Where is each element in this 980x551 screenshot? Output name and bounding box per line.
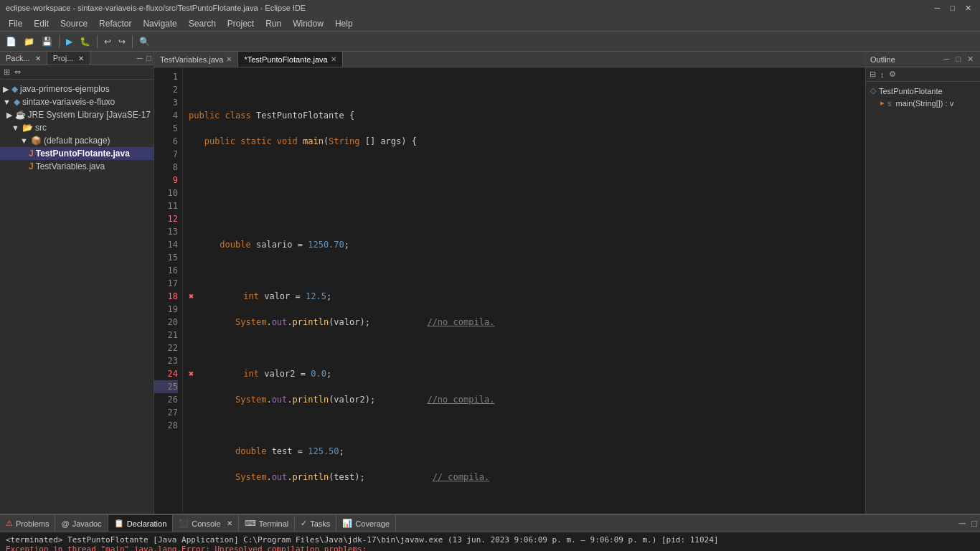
bottom-maximize[interactable]: □ [969,515,980,532]
menu-search[interactable]: Search [183,17,222,30]
line-14 [189,419,859,432]
tree-item-testvars[interactable]: J TestVariables.java [0,160,154,173]
outline-minimize[interactable]: ─ [941,54,951,64]
sidebar-collapse[interactable]: ⊞ [1,67,12,77]
sidebar-tab-pack[interactable]: Pack... ✕ [0,52,47,65]
tree-item-src[interactable]: ▼ 📂 src [0,121,154,134]
menu-source[interactable]: Source [55,17,93,30]
line-12: ✖ int valor2 = 0.0; [189,367,859,380]
menu-window[interactable]: Window [287,17,329,30]
tree-item-sintaxe[interactable]: ▼ ◆ sintaxe-variaveis-e-fluxo [0,95,154,108]
tree-item-testpunto[interactable]: J TestPuntoFlotante.java [0,147,154,160]
line-numbers: 12345 678 9 1011 12 1314151617 18 192021… [154,67,183,514]
tab-testvars[interactable]: TestVariables.java ✕ [154,52,238,67]
tree-item-jre[interactable]: ▶ ☕ JRE System Library [JavaSE-17 [0,108,154,121]
project-tree: ▶ ◆ java-primeros-ejemplos ▼ ◆ sintaxe-v… [0,80,154,514]
javadoc-icon: @ [61,519,69,528]
console-line-terminated: <terminated> TestPuntoFlotante [Java App… [6,535,974,545]
close-button[interactable]: ✕ [962,4,974,13]
toolbar-sep1 [59,35,60,48]
maximize-button[interactable]: □ [947,4,958,13]
outline-filter[interactable]: ⚙ [887,69,898,80]
toolbar-sep3 [132,35,133,48]
line-11 [189,342,859,354]
console-close[interactable]: ✕ [227,519,232,527]
sidebar-proj-close[interactable]: ✕ [78,55,84,62]
chevron-down-icon3: ▼ [20,136,28,145]
chevron-down-icon: ▼ [3,98,11,106]
menu-navigate[interactable]: Navigate [137,17,182,30]
bottom-tab-problems[interactable]: ⚠ Problems [0,515,55,532]
menu-bar: File Edit Source Refactor Navigate Searc… [0,16,980,32]
tree-label-jre: JRE System Library [JavaSE-17 [28,110,151,120]
line-6 [189,212,859,225]
line-15: double test = 125.50; [189,445,859,458]
bottom-tab-problems-label: Problems [16,519,49,528]
bottom-tab-bar: ⚠ Problems @ Javadoc 📋 Declaration ⬛ Con… [0,515,980,532]
tree-item-java-primeros[interactable]: ▶ ◆ java-primeros-ejemplos [0,83,154,95]
outline-maximize[interactable]: □ [953,54,963,64]
bottom-tab-terminal[interactable]: ⌨ Terminal [239,515,296,532]
menu-file[interactable]: File [3,17,28,30]
sidebar-pack-close[interactable]: ✕ [35,55,41,62]
java-file-icon: J [29,149,34,159]
code-editor[interactable]: 12345 678 9 1011 12 1314151617 18 192021… [154,67,865,514]
bottom-tab-tasks[interactable]: ✓ Tasks [295,515,336,532]
toolbar-new[interactable]: 📄 [3,35,19,48]
package-icon: 📦 [31,136,42,146]
minimize-button[interactable]: ─ [932,4,943,13]
sidebar: Pack... ✕ Proj... ✕ ─ □ ⊞ ⇔ ▶ ◆ java-pri… [0,52,154,514]
editor-area: TestVariables.java ✕ *TestPuntoFlotante.… [154,52,865,514]
bottom-tab-terminal-label: Terminal [259,519,289,528]
bottom-tab-coverage[interactable]: 📊 Coverage [336,515,396,532]
tree-item-default-pkg[interactable]: ▼ 📦 (default package) [0,134,154,147]
toolbar-open[interactable]: 📁 [21,35,37,48]
toolbar-save[interactable]: 💾 [39,35,55,48]
bottom-tab-javadoc-label: Javadoc [72,519,102,528]
method-icon: ▸ [880,98,885,108]
outline-toolbar: ⊟ ↕ ⚙ [866,67,980,82]
menu-refactor[interactable]: Refactor [93,17,137,30]
line-9: ✖ int valor = 12.5; [189,290,859,303]
menu-run[interactable]: Run [260,17,287,30]
tab-label-testpunto: *TestPuntoFlotante.java [244,55,327,64]
tab-close-testpunto[interactable]: ✕ [331,55,336,63]
project-icon: ◆ [11,84,18,94]
menu-project[interactable]: Project [222,17,260,30]
bottom-tab-tasks-label: Tasks [310,519,330,528]
title-bar: eclipse-workspace - sintaxe-variaveis-e-… [0,0,980,16]
toolbar-run[interactable]: ▶ [63,35,75,48]
line-5 [189,187,859,199]
bottom-area: ⚠ Problems @ Javadoc 📋 Declaration ⬛ Con… [0,514,980,551]
chevron-right-icon: ▶ [3,85,9,94]
sidebar-tabs: Pack... ✕ Proj... ✕ ─ □ [0,52,154,65]
toolbar-search[interactable]: 🔍 [136,35,153,48]
outline-method-label: main(String[]) : v [896,99,954,108]
line-10: System.out.println(valor); //no compila. [189,316,859,329]
bottom-minimize[interactable]: ─ [956,515,968,532]
outline-close[interactable]: ✕ [965,54,976,65]
outline-sort[interactable]: ↕ [878,69,887,80]
static-icon: s [887,99,892,108]
code-content[interactable]: public class TestPuntoFlotante { public … [183,67,865,514]
outline-method-item[interactable]: ▸ s main(String[]) : v [869,97,977,109]
menu-help[interactable]: Help [329,17,359,30]
toolbar-debug[interactable]: 🐛 [77,35,93,48]
menu-edit[interactable]: Edit [28,17,55,30]
sidebar-toolbar: ⊞ ⇔ [0,65,154,80]
bottom-tab-declaration[interactable]: 📋 Declaration [108,515,174,532]
sidebar-tab-proj[interactable]: Proj... ✕ [47,52,91,65]
toolbar-redo[interactable]: ↪ [116,35,128,48]
bottom-tab-javadoc[interactable]: @ Javadoc [55,515,108,532]
sidebar-maximize[interactable]: □ [144,52,154,65]
outline-collapse-all[interactable]: ⊟ [867,69,878,80]
tab-close-testvars[interactable]: ✕ [226,55,232,63]
bottom-tab-console[interactable]: ⬛ Console ✕ [173,515,238,532]
tab-testpunto[interactable]: *TestPuntoFlotante.java ✕ [238,52,342,67]
toolbar-undo[interactable]: ↩ [101,35,114,48]
line-13: System.out.println(valor2); //no compila… [189,393,859,406]
tasks-icon: ✓ [301,519,307,528]
outline-class-item[interactable]: ◇ TestPuntoFlotante [869,85,977,97]
sidebar-minimize[interactable]: ─ [135,52,145,65]
sidebar-link[interactable]: ⇔ [12,67,23,77]
